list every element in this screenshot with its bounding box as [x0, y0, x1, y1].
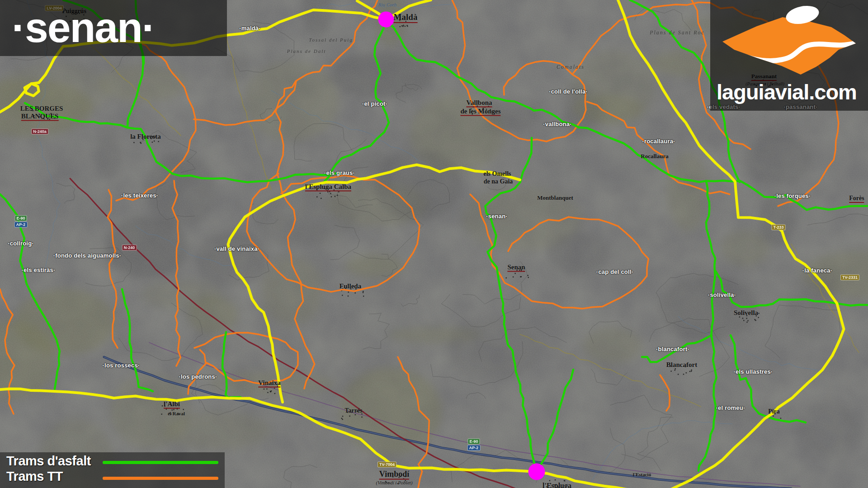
legend-swatch-tt: [103, 477, 218, 480]
route-marker: [528, 464, 545, 480]
map-screenshot: MaldàPuiggrúsLES BORGESBLANQUESla Flores…: [0, 0, 868, 488]
route-title-box: ·senan·: [0, 0, 227, 56]
route-marker: [378, 12, 394, 28]
branding-box: laguiavial.com: [710, 0, 868, 111]
legend-label-asphalt: Trams d'asfalt: [6, 454, 91, 469]
legend-swatch-asphalt: [103, 461, 218, 464]
legend-label-tt: Trams TT: [6, 469, 63, 484]
legend-box: Trams d'asfalt Trams TT: [0, 452, 225, 488]
route-title: ·senan·: [12, 0, 155, 55]
laguiavial-logo-icon: [714, 4, 864, 80]
site-name: laguiavial.com: [717, 80, 857, 104]
